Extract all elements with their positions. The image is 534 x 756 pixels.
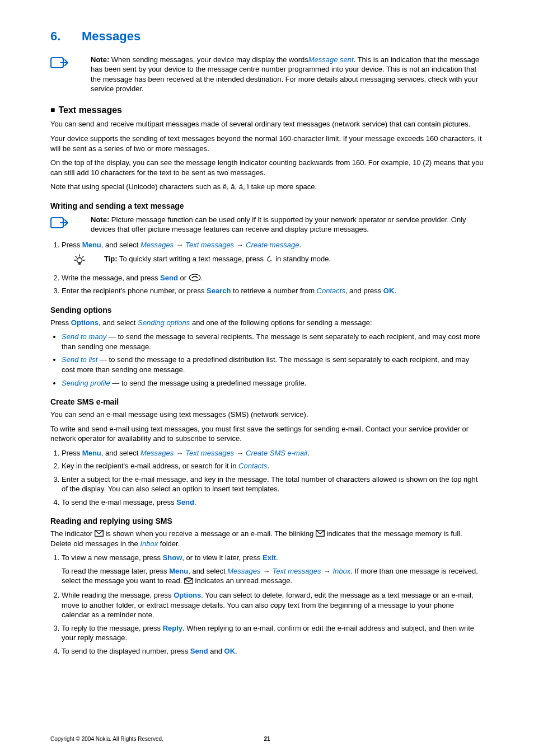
subsection-writing: Writing and sending a text message xyxy=(50,201,484,212)
arrow-icon: → xyxy=(176,449,183,457)
envelope-icon xyxy=(95,530,104,537)
note-block: Note: When sending messages, your device… xyxy=(50,55,484,94)
text: and one of the following options for sen… xyxy=(190,318,372,327)
text: , and select xyxy=(99,318,138,327)
text: . xyxy=(267,462,269,470)
list-item: Send to list — to send the message to a … xyxy=(62,355,484,374)
subsection-reading: Reading and replying using SMS xyxy=(50,516,484,527)
reading-step-4: To send to the displayed number, press S… xyxy=(62,646,484,656)
writing-steps: Press Menu, and select Messages→Text mes… xyxy=(50,240,484,296)
reading-step-2: While reading the message, press Options… xyxy=(62,590,484,620)
menu-link: Menu xyxy=(169,567,188,575)
sms-email-p1: You can send an e-mail message using tex… xyxy=(50,410,484,420)
nav-inbox: Inbox xyxy=(332,567,350,575)
options-link: Options xyxy=(174,591,201,599)
text: Enter the recipient's phone number, or p… xyxy=(62,287,207,295)
note-block-2: Note: Picture message function can be us… xyxy=(50,215,484,234)
writing-step-3: Enter the recipient's phone number, or p… xyxy=(62,286,484,296)
arrow-icon: → xyxy=(323,567,330,575)
page-number: 21 xyxy=(264,735,270,743)
intro-para-3: On the top of the display, you can see t… xyxy=(50,158,484,177)
send-link: Send xyxy=(190,647,208,655)
text: . xyxy=(235,647,237,655)
note-label: Note: xyxy=(91,55,109,64)
text: , and select xyxy=(101,449,140,457)
menu-link: Menu xyxy=(82,241,101,249)
intro-para-2: Your device supports the sending of text… xyxy=(50,134,484,153)
note-label: Note: xyxy=(91,215,109,224)
call-key-icon xyxy=(189,274,201,281)
sending-profile-term: Sending profile xyxy=(62,379,110,387)
text: , and select xyxy=(101,241,140,249)
text: Press xyxy=(62,449,82,457)
text: To view a new message, press xyxy=(62,553,163,562)
arrow-icon: → xyxy=(263,567,270,575)
nav-create-message: Create message xyxy=(246,241,299,249)
arrow-icon: → xyxy=(176,241,183,249)
left-key-icon xyxy=(266,255,274,262)
envelope-icon xyxy=(316,530,325,537)
options-link: Options xyxy=(71,318,99,327)
sms-email-step-4: To send the e-mail message, press Send. xyxy=(62,497,484,508)
sms-email-step-1: Press Menu, and select Messages→Text mes… xyxy=(62,448,484,458)
reply-link: Reply xyxy=(163,624,182,632)
send-to-many-term: Send to many xyxy=(62,332,106,341)
search-link: Search xyxy=(207,287,231,295)
text: indicates an unread message. xyxy=(193,576,292,585)
text: . xyxy=(394,287,396,295)
tip-block: Tip: To quickly start writing a text mes… xyxy=(73,252,484,269)
reading-step-1: To view a new message, press Show, or to… xyxy=(62,553,484,586)
text: , and press xyxy=(345,287,383,295)
list-item: Sending profile — to send the message us… xyxy=(62,378,484,388)
tip-label: Tip: xyxy=(104,255,118,263)
section-title-text: Text messages xyxy=(58,105,122,115)
message-sent-term: Message sent xyxy=(308,55,354,64)
svg-line-5 xyxy=(82,256,83,257)
contacts-link: Contacts xyxy=(238,462,267,470)
note-text: Note: When sending messages, your device… xyxy=(91,55,484,94)
text: to retrieve a number from xyxy=(231,287,316,295)
writing-step-1: Press Menu, and select Messages→Text mes… xyxy=(62,240,484,269)
reading-intro: The indicator is shown when you receive … xyxy=(50,529,484,548)
subsection-sending-options: Sending options xyxy=(50,305,484,316)
nav-create-sms-email: Create SMS e-mail xyxy=(246,449,307,457)
ok-link: OK xyxy=(383,287,395,295)
text: and xyxy=(208,647,224,655)
svg-point-11 xyxy=(189,274,200,281)
text: — to send the message to a predefined di… xyxy=(62,355,469,374)
text: While reading the message, press xyxy=(62,591,174,599)
note-pretext: When sending messages, your device may d… xyxy=(109,55,308,64)
inbox-term: Inbox xyxy=(140,539,158,548)
nav-text-messages: Text messages xyxy=(185,241,234,249)
unread-envelope-icon xyxy=(184,577,193,584)
sms-email-p2: To write and send e-mail using text mess… xyxy=(50,424,484,444)
text: or xyxy=(178,274,189,282)
svg-line-4 xyxy=(76,256,77,257)
svg-point-2 xyxy=(77,258,82,263)
text: . xyxy=(201,274,203,282)
page-footer: Copyright © 2004 Nokia. All Rights Reser… xyxy=(50,735,484,743)
text: Press xyxy=(50,318,71,327)
exit-link: Exit xyxy=(263,553,276,562)
contacts-link: Contacts xyxy=(317,287,345,295)
sms-email-step-3: Enter a subject for the e-mail message, … xyxy=(62,475,484,494)
show-link: Show xyxy=(163,553,182,562)
text: To read the message later, press xyxy=(62,567,169,575)
intro-para-1: You can send and receive multipart messa… xyxy=(50,119,484,129)
reading-step-3: To reply to the message, press Reply. Wh… xyxy=(62,623,484,643)
text: Press xyxy=(62,241,82,249)
reading-step-1-sub: To read the message later, press Menu, a… xyxy=(62,566,484,586)
note-text-2: Note: Picture message function can be us… xyxy=(91,215,484,234)
nav-text-messages: Text messages xyxy=(273,567,321,575)
text: — to send the message using a predefined… xyxy=(110,379,307,387)
nav-messages: Messages xyxy=(227,567,260,575)
sms-email-steps: Press Menu, and select Messages→Text mes… xyxy=(50,448,484,508)
sending-options-list: Send to many — to send the message to se… xyxy=(50,332,484,388)
ok-link: OK xyxy=(224,647,236,655)
text: To quickly start writing a text message,… xyxy=(118,255,266,263)
text: is shown when you receive a message or a… xyxy=(104,529,316,538)
menu-link: Menu xyxy=(82,449,101,457)
text: . xyxy=(276,553,278,562)
reading-steps: To view a new message, press Show, or to… xyxy=(50,553,484,656)
text: — to send the message to several recipie… xyxy=(62,332,480,351)
